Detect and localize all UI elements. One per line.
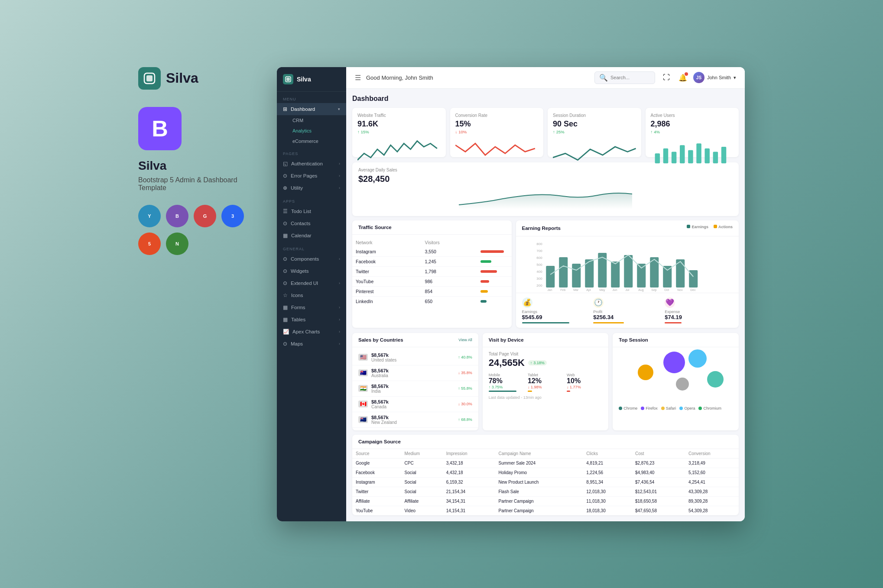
dashboard-main-grid: Traffic Source Network Visitors: [352, 220, 739, 328]
user-dropdown-icon: ▾: [734, 75, 736, 81]
svg-rect-10: [704, 148, 709, 163]
svg-text:500: 500: [536, 263, 542, 267]
c-impression: 21,154,34: [443, 487, 495, 496]
sidebar-item-calendar[interactable]: ▦ Calendar: [277, 229, 346, 242]
svg-text:Apr: Apr: [586, 288, 591, 292]
country-name: India: [371, 389, 454, 394]
sidebar-item-extui[interactable]: ⊙ Extended UI ›: [277, 277, 346, 289]
stat-session-label: Session Duration: [553, 113, 636, 118]
campaign-row: YouTube Video 14,154,31 Partner Campaign…: [352, 506, 739, 515]
dashboard-body: Dashboard Website Traffic 91.6K ↑ 15%: [346, 89, 745, 521]
sidebar-item-error[interactable]: ⊙ Error Pages ›: [277, 170, 346, 182]
search-input[interactable]: [610, 75, 650, 80]
bootstrap-b: B: [152, 116, 168, 142]
country-flag: 🇮🇳: [358, 385, 368, 392]
down-arrow-icon: ↓: [455, 129, 458, 134]
traffic-bar: [480, 290, 488, 293]
profit-icon: 🕐: [593, 297, 604, 308]
sidebar-item-maps[interactable]: ⊙ Maps ›: [277, 338, 346, 350]
traffic-bar-cell: [477, 266, 512, 276]
traffic-visitors: 3,550: [422, 247, 477, 257]
top-session-card: Top Session Chrome Firefox: [613, 333, 739, 430]
campaign-header: Conversion: [685, 449, 739, 459]
users-sparkline: [651, 137, 734, 152]
c-clicks: 4,819,21: [583, 458, 632, 468]
sidebar-item-components[interactable]: ⊙ Components ›: [277, 253, 346, 265]
earning-stat-expense: 💜 Expense $74.19: [665, 297, 733, 323]
sidebar-item-tables[interactable]: ▦ Tables ›: [277, 313, 346, 326]
sidebar-general-label: GENERAL: [277, 242, 346, 253]
campaign-header: Source: [352, 449, 401, 459]
sidebar-item-icons[interactable]: ☆ Icons: [277, 289, 346, 301]
sidebar-item-contacts[interactable]: ⊙ Contacts: [277, 217, 346, 229]
maps-icon: ⊙: [283, 341, 287, 347]
campaign-header: Clicks: [583, 449, 632, 459]
user-menu[interactable]: JS John Smith ▾: [693, 72, 736, 83]
sidebar-item-utility[interactable]: ⊕ Utility ›: [277, 182, 346, 194]
total-visits-label: Total Page Visit: [489, 352, 603, 356]
expense-label: Expense: [665, 310, 733, 314]
stat-session-value: 90 Sec: [553, 120, 636, 129]
c-conversion: 5,152,60: [685, 468, 739, 477]
sidebar-item-dashboard[interactable]: ⊞ Dashboard ▾: [277, 103, 346, 115]
extui-icon: ⊙: [283, 280, 287, 286]
c-campaign: Flash Sale: [495, 487, 583, 496]
last-updated: Last data updated - 13min ago: [489, 395, 603, 400]
c-cost: $2,876,23: [632, 458, 685, 468]
svg-text:Aug: Aug: [638, 288, 644, 292]
fullscreen-button[interactable]: ⛶: [660, 71, 672, 84]
earnings-value: $545.69: [522, 314, 590, 320]
country-item: 🇮🇳 $8,567k India ↑ 55.8%: [352, 381, 478, 397]
country-value: $8,567k: [371, 415, 454, 420]
sidebar-item-widgets[interactable]: ⊙ Widgets: [277, 265, 346, 277]
traffic-network: Facebook: [352, 256, 422, 266]
yarn-icon: Y: [138, 205, 161, 227]
fullscreen-icon: ⛶: [663, 74, 670, 81]
sidebar-item-auth[interactable]: ◱ Authentication ›: [277, 158, 346, 170]
country-value: $8,567k: [371, 399, 454, 404]
c-source: Google: [352, 458, 401, 468]
sidebar-item-forms[interactable]: ▦ Forms ›: [277, 301, 346, 313]
view-all-button[interactable]: View All: [458, 338, 472, 342]
up-arrow-2: ↑: [553, 129, 555, 134]
notifications-button[interactable]: 🔔: [677, 71, 689, 84]
svg-rect-20: [546, 266, 555, 288]
sidebar-brand: Silva: [297, 76, 311, 83]
traffic-visitors: 986: [422, 276, 477, 286]
bubble-chromium: [707, 371, 724, 388]
c-medium: Social: [401, 487, 443, 496]
bubble-firefox: [663, 352, 685, 373]
node-icon: N: [166, 233, 188, 255]
stat-card-session: Session Duration 90 Sec ↑ 25%: [548, 108, 641, 157]
traffic-chart-svg: [357, 137, 441, 166]
traffic-visitors: 854: [422, 286, 477, 296]
sales-countries-header: Sales by Countries View All: [352, 333, 478, 347]
country-info: $8,567k India: [371, 384, 454, 394]
sidebar-sub-analytics[interactable]: Analytics: [277, 126, 346, 136]
svg-text:300: 300: [536, 277, 542, 281]
sidebar-sub-crm[interactable]: CRM: [277, 115, 346, 126]
svg-text:Sep: Sep: [651, 288, 657, 292]
campaign-row: Facebook Social 4,432,18 Holiday Promo 1…: [352, 468, 739, 477]
c-campaign: Partner Campaign: [495, 496, 583, 506]
menu-toggle-icon[interactable]: ☰: [355, 74, 361, 82]
country-change: ↓ 35.8%: [458, 371, 472, 375]
traffic-bar: [480, 250, 504, 253]
sidebar-item-apex[interactable]: 📈 Apex Charts ›: [277, 326, 346, 338]
svg-rect-21: [559, 257, 568, 288]
country-item: 🇺🇸 $8,567k United states ↑ 40.8%: [352, 350, 478, 365]
svg-rect-8: [688, 150, 693, 163]
sidebar-logo-icon: [283, 74, 293, 84]
campaign-row: Instagram Social 6,159,32 New Product La…: [352, 477, 739, 487]
country-name: Canada: [371, 404, 454, 409]
country-item: 🇳🇿 $8,567k New Zealand ↑ 68.8%: [352, 412, 478, 428]
svg-text:May: May: [599, 288, 605, 292]
product-subtitle: Bootstrap 5 Admin & Dashboard Template: [138, 176, 260, 192]
campaign-source-card: Campaign Source SourceMediumImpressionCa…: [352, 435, 739, 515]
brand-icon-svg: [143, 71, 156, 85]
c-cost: $47,650,58: [632, 506, 685, 515]
c-source: YouTube: [352, 506, 401, 515]
sidebar-sub-ecommerce[interactable]: eCommerce: [277, 136, 346, 146]
bubble-area: [613, 347, 739, 404]
sidebar-item-todo[interactable]: ☰ Todo List: [277, 205, 346, 217]
